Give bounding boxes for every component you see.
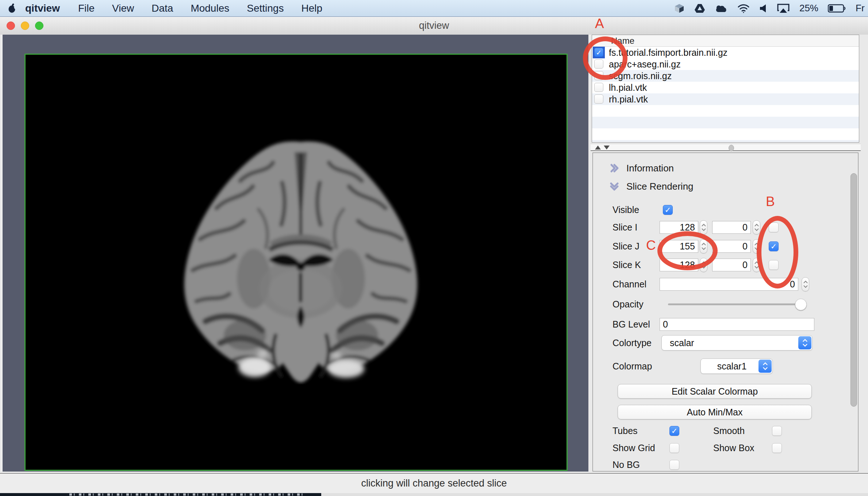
file-visibility-checkbox[interactable] xyxy=(594,83,603,92)
file-name[interactable]: lh.pial.vtk xyxy=(609,82,647,93)
slice-i-stepper[interactable] xyxy=(700,220,707,235)
colortype-value: scalar xyxy=(662,338,694,348)
empty-row xyxy=(592,128,859,140)
clipped-text-pattern xyxy=(69,493,303,496)
control-panel: Name fs.tutorial.fsimport.brain.nii.gz a… xyxy=(589,35,868,473)
slice-rendering-panel: Information Slice Rendering Visible xyxy=(592,152,859,472)
empty-row xyxy=(592,105,859,117)
annotation-circle-b xyxy=(757,216,798,288)
tubes-checkbox[interactable] xyxy=(669,426,679,436)
visible-row: Visible xyxy=(593,204,849,216)
annotation-letter-a: A xyxy=(595,16,604,31)
file-row-lh-pial[interactable]: lh.pial.vtk xyxy=(592,82,859,93)
slice-i-label: Slice I xyxy=(612,222,637,233)
file-list-header: Name xyxy=(592,35,859,47)
colormap-dropdown[interactable]: scalar1 xyxy=(700,359,773,374)
section-information-label: Information xyxy=(626,163,674,174)
section-slice-rendering[interactable]: Slice Rendering xyxy=(593,180,849,193)
no-bg-checkbox[interactable] xyxy=(669,460,679,470)
slice-j-row: Slice J xyxy=(593,240,859,252)
annotation-letter-c: C xyxy=(646,238,656,253)
loaded-files-list[interactable]: Name fs.tutorial.fsimport.brain.nii.gz a… xyxy=(592,35,859,143)
file-row-aparc[interactable]: aparc+aseg.nii.gz xyxy=(592,58,859,70)
window-title: qitview xyxy=(0,17,868,35)
file-visibility-checkbox[interactable] xyxy=(594,94,603,104)
grid-box-row: Show Grid Show Box xyxy=(593,442,859,454)
slice-k-offset-input[interactable] xyxy=(712,259,751,271)
slice-j-offset-input[interactable] xyxy=(712,240,751,253)
split-pane-divider[interactable] xyxy=(591,144,861,151)
dropdown-arrows-icon xyxy=(758,360,772,373)
desktop: qitview File View Data Modules Settings … xyxy=(0,0,868,496)
visible-checkbox[interactable] xyxy=(663,205,673,215)
collapse-up-icon[interactable] xyxy=(595,146,601,150)
smooth-checkbox[interactable] xyxy=(772,426,782,436)
slice-i-offset-stepper[interactable] xyxy=(753,220,760,235)
menu-app-name[interactable]: qitview xyxy=(20,3,69,14)
brain-mri-slice[interactable] xyxy=(162,131,440,384)
colortype-row: Colortype scalar xyxy=(593,335,859,350)
battery-icon xyxy=(828,4,846,13)
annotation-circle-c xyxy=(657,231,718,270)
show-grid-checkbox[interactable] xyxy=(669,443,679,453)
battery-percent: 25% xyxy=(799,3,818,14)
tubes-label: Tubes xyxy=(612,426,638,436)
colormap-label: Colormap xyxy=(612,361,652,372)
section-slice-rendering-label: Slice Rendering xyxy=(626,181,694,192)
opacity-slider-track[interactable] xyxy=(668,303,802,305)
no-bg-row: No BG xyxy=(593,458,859,471)
channel-row: Channel xyxy=(593,278,859,290)
colormap-row: Colormap scalar1 xyxy=(593,359,859,374)
channel-stepper[interactable] xyxy=(802,277,809,291)
opacity-label: Opacity xyxy=(612,299,644,310)
bg-level-row: BG Level xyxy=(593,318,859,330)
auto-min-max-button[interactable]: Auto Min/Max xyxy=(618,405,812,419)
tubes-smooth-row: Tubes Smooth xyxy=(593,425,859,437)
channel-label: Channel xyxy=(612,279,646,290)
volume-icon[interactable] xyxy=(759,4,767,13)
cube-icon[interactable] xyxy=(674,3,685,14)
menu-view[interactable]: View xyxy=(103,3,143,14)
background-window-strip xyxy=(0,493,868,496)
wifi-icon[interactable] xyxy=(737,4,750,13)
collapse-down-icon[interactable] xyxy=(604,146,610,150)
slice-i-offset-input[interactable] xyxy=(712,221,751,234)
opacity-slider-thumb[interactable] xyxy=(795,299,807,310)
apple-menu-icon[interactable] xyxy=(0,3,20,13)
section-information[interactable]: Information xyxy=(593,162,849,174)
show-box-checkbox[interactable] xyxy=(772,443,782,453)
bg-level-input[interactable] xyxy=(660,318,814,331)
colortype-dropdown[interactable]: scalar xyxy=(661,335,813,350)
menu-clock-day[interactable]: Fr xyxy=(856,3,868,14)
colortype-label: Colortype xyxy=(612,338,652,348)
annotation-letter-b: B xyxy=(766,194,775,209)
panel-scrollbar[interactable] xyxy=(850,173,857,407)
slice-j-label: Slice J xyxy=(612,241,640,252)
edit-scalar-colormap-button[interactable]: Edit Scalar Colormap xyxy=(618,384,812,399)
status-bar: clicking will change selected slice xyxy=(0,473,868,493)
menu-modules[interactable]: Modules xyxy=(182,3,238,14)
airplay-icon[interactable] xyxy=(777,3,790,13)
annotation-circle-a xyxy=(583,36,627,80)
chevron-down-icon xyxy=(610,182,619,191)
render-viewport[interactable] xyxy=(1,35,588,472)
file-row-rh-pial[interactable]: rh.pial.vtk xyxy=(592,93,859,105)
slice-k-label: Slice K xyxy=(612,260,641,270)
file-row-brain[interactable]: fs.tutorial.fsimport.brain.nii.gz xyxy=(592,47,859,58)
menu-file[interactable]: File xyxy=(69,3,103,14)
file-name[interactable]: rh.pial.vtk xyxy=(609,93,648,105)
menu-help[interactable]: Help xyxy=(292,3,331,14)
cloud-icon[interactable] xyxy=(715,4,728,13)
menu-settings[interactable]: Settings xyxy=(238,3,292,14)
divider-handle-icon[interactable] xyxy=(729,145,734,151)
menu-bar: qitview File View Data Modules Settings … xyxy=(0,0,868,16)
file-row-scgm[interactable]: scgm.rois.nii.gz xyxy=(592,70,859,82)
drive-icon[interactable] xyxy=(694,3,705,13)
slice-i-row: Slice I xyxy=(593,221,859,233)
smooth-label: Smooth xyxy=(713,426,745,436)
empty-row xyxy=(592,117,859,128)
status-text: clicking will change selected slice xyxy=(361,478,507,489)
menu-data[interactable]: Data xyxy=(143,3,182,14)
window-title-bar: qitview xyxy=(0,16,868,35)
opacity-row: Opacity xyxy=(593,298,859,310)
